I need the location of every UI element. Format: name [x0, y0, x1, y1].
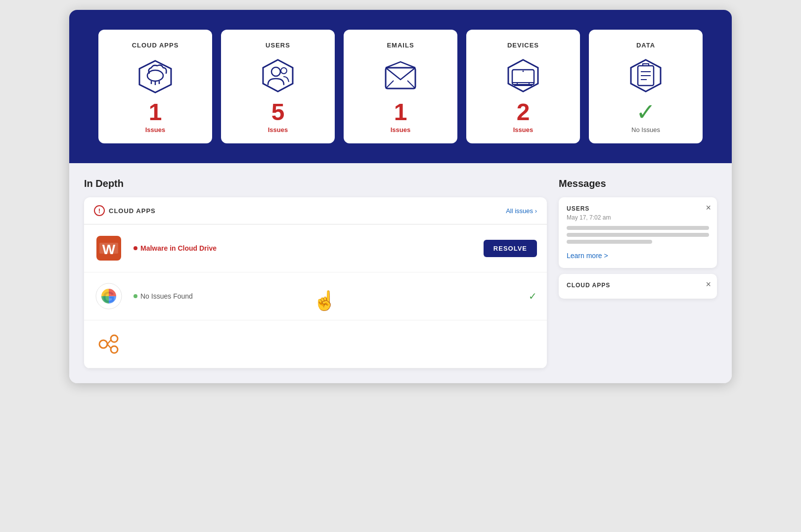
panel-header: ! CLOUD APPS All issues ›: [84, 197, 547, 224]
card-users-title: USERS: [266, 42, 290, 49]
messages-column: Messages × USERS May 17, 7:02 am Learn m…: [559, 178, 717, 368]
microsoft-issue: Malware in Cloud Drive: [134, 244, 474, 252]
svg-point-29: [111, 335, 118, 342]
emails-icon: [381, 57, 420, 96]
emails-count: 1: [391, 100, 410, 124]
users-count: 5: [268, 100, 288, 124]
svg-point-6: [271, 67, 280, 76]
all-issues-link[interactable]: All issues ›: [506, 207, 537, 215]
card-cloud-apps-title: CLOUD APPS: [132, 42, 179, 49]
google-logo: G: [94, 281, 124, 311]
app-row-google: G No Issues Found: [84, 272, 547, 320]
messages-title: Messages: [559, 178, 717, 189]
resolve-button[interactable]: RESOLVE: [484, 240, 537, 257]
cloud-apps-icon: [135, 57, 175, 96]
data-icon: [626, 57, 666, 96]
card-devices-title: DEVICES: [507, 42, 539, 49]
main-container: CLOUD APPS 1 Issues: [69, 10, 732, 383]
top-section: CLOUD APPS 1 Issues: [69, 10, 732, 163]
cloud-apps-issues-label: Issues: [145, 126, 165, 133]
cloud-apps-count: 1: [145, 100, 165, 124]
data-no-issues-label: No Issues: [631, 126, 660, 133]
devices-icon: [503, 57, 543, 96]
issue-dot-green: [134, 294, 137, 298]
malware-issue-text: Malware in Cloud Drive: [134, 244, 474, 252]
in-depth-title: In Depth: [84, 178, 547, 189]
svg-line-31: [107, 340, 111, 344]
alert-icon: !: [94, 205, 105, 216]
microsoft-logo: W: [94, 233, 124, 263]
learn-more-link[interactable]: Learn more >: [567, 252, 608, 260]
message-close-button-users[interactable]: ×: [706, 203, 711, 212]
message-line-2: [567, 233, 709, 237]
svg-line-9: [386, 81, 394, 89]
card-devices[interactable]: DEVICES 2 Issues: [466, 30, 580, 143]
users-issues-label: Issues: [268, 126, 288, 133]
svg-point-30: [111, 346, 118, 353]
cards-row: CLOUD APPS 1 Issues: [84, 30, 717, 143]
card-cloud-apps[interactable]: CLOUD APPS 1 Issues: [98, 30, 212, 143]
message-users-title: USERS: [567, 205, 709, 212]
card-data-title: DATA: [636, 42, 655, 49]
app-row-microsoft: W Malware in Cloud Drive RESOLVE: [84, 224, 547, 272]
message-line-3: [567, 240, 652, 244]
bottom-section: In Depth ! CLOUD APPS All issues ›: [69, 163, 732, 383]
other-app-logo: [94, 329, 124, 359]
svg-point-28: [99, 340, 107, 348]
in-depth-column: In Depth ! CLOUD APPS All issues ›: [84, 178, 547, 368]
card-users[interactable]: USERS 5 Issues: [221, 30, 335, 143]
card-emails[interactable]: EMAILS 1 Issues: [344, 30, 457, 143]
svg-line-32: [107, 344, 111, 348]
data-checkmark-icon: ✓: [636, 100, 656, 124]
message-line-1: [567, 226, 709, 230]
message-users-time: May 17, 7:02 am: [567, 214, 709, 221]
devices-count: 2: [513, 100, 533, 124]
card-data[interactable]: DATA ✓ No Issues: [589, 30, 703, 143]
google-checkmark-icon: ✓: [529, 290, 537, 302]
devices-issues-label: Issues: [513, 126, 533, 133]
svg-text:W: W: [102, 242, 116, 257]
app-row-other: [84, 320, 547, 368]
svg-point-1: [147, 70, 163, 81]
no-issues-text: No Issues Found: [134, 292, 519, 300]
users-icon: [258, 57, 298, 96]
card-emails-title: EMAILS: [387, 42, 414, 49]
svg-point-13: [523, 71, 524, 72]
in-depth-panel: ! CLOUD APPS All issues › W: [84, 197, 547, 368]
message-card-users: × USERS May 17, 7:02 am Learn more >: [559, 197, 717, 268]
data-no-issues: ✓ No Issues: [631, 100, 660, 133]
svg-line-10: [407, 81, 415, 89]
google-issue: No Issues Found: [134, 292, 519, 300]
svg-point-7: [281, 68, 287, 74]
message-cloud-apps-title: CLOUD APPS: [567, 282, 709, 289]
panel-header-left: ! CLOUD APPS: [94, 205, 156, 216]
issue-dot-red: [134, 246, 137, 250]
message-card-cloud-apps: × CLOUD APPS: [559, 274, 717, 299]
message-close-button-cloud-apps[interactable]: ×: [706, 280, 711, 289]
panel-header-title: CLOUD APPS: [109, 207, 156, 215]
emails-issues-label: Issues: [391, 126, 410, 133]
